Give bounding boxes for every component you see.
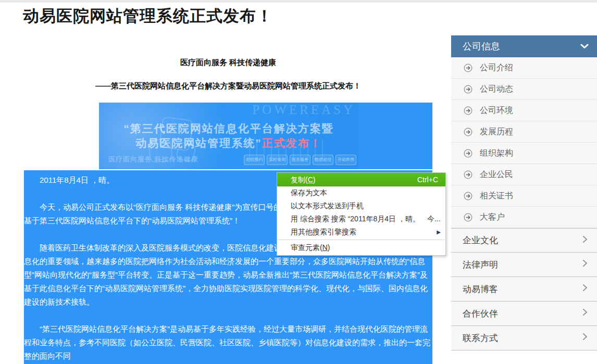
menu-label: 复制( [291, 175, 308, 184]
banner-feature-tags: 在线预约 实时查询 医患服务 数据处理 开箱即用 [244, 155, 356, 165]
sidebar-item-company-intro[interactable]: 公司介绍 [451, 57, 597, 79]
banner-row: POWEREASY “第三代医院网站信息化平台解决方案暨 动易医院网站管理系统”… [99, 103, 432, 169]
sidebar-item-label: 公司环境 [480, 105, 513, 116]
circle-arrow-icon [464, 85, 472, 94]
sidebar-item-development-history[interactable]: 发展历程 [451, 121, 597, 143]
banner-tag: 数据处理 [313, 155, 333, 165]
menu-mnemonic: C [308, 175, 313, 184]
article-subtitle-release: ——第三代医院网站信息化平台解决方案暨动易医院网站管理系统正式发布！ [24, 81, 432, 91]
article-subtitle-slogan: 医疗面向服务 科技传递健康 [24, 58, 432, 68]
chevron-right-icon [582, 235, 588, 246]
sidebar-item-label: 发展历程 [480, 127, 513, 137]
circle-arrow-icon [464, 192, 472, 200]
sidebar-item-label: 组织架构 [480, 148, 513, 159]
sidebar-item-label: 大客户 [480, 212, 505, 223]
context-menu: 复制(C) Ctrl+C 保存为文本 以文本形式发送到手机 用 综合搜索 搜索 … [277, 172, 446, 256]
context-menu-item-search-selection[interactable]: 用 综合搜索 搜索 “2011年8月4日 ，晴。 今... [277, 212, 445, 225]
sidebar-section-label: 企业文化 [463, 234, 582, 246]
sidebar-item-company-news[interactable]: 公司动态 [451, 79, 597, 100]
top-border-strip [0, 0, 597, 3]
menu-label: 审查元素( [291, 243, 322, 252]
sidebar-item-label: 公司动态 [480, 84, 513, 95]
banner-tag: 开箱即用 [335, 155, 356, 165]
sidebar-section-legal-notice[interactable]: 法律声明 [451, 253, 597, 277]
selection-highlight-filler [358, 103, 432, 169]
context-menu-item-inspect-element[interactable]: 审查元素(N) [277, 241, 445, 254]
menu-label: 用其他搜索引擎搜索 [291, 228, 356, 236]
chevron-right-icon [582, 259, 588, 270]
sidebar-header-company-info[interactable]: 公司信息 [451, 35, 597, 57]
circle-arrow-icon [464, 170, 472, 179]
chevron-down-icon [580, 41, 589, 52]
sidebar-item-label: 企业公民 [480, 169, 513, 180]
context-menu-item-copy[interactable]: 复制(C) Ctrl+C [277, 173, 445, 186]
banner-tag: 在线预约 [244, 155, 265, 165]
sidebar-section-corporate-culture[interactable]: 企业文化 [451, 228, 597, 253]
banner-tag: 医患服务 [290, 155, 310, 165]
banner-slogan: 医疗面向服务 科技传递健康 [108, 155, 198, 164]
sidebar-section-label: 动易博客 [463, 283, 582, 295]
menu-separator [278, 240, 445, 240]
menu-label: ) [313, 175, 316, 184]
sidebar-header-label: 公司信息 [463, 40, 580, 53]
sidebar-item-org-structure[interactable]: 组织架构 [451, 143, 597, 164]
menu-mnemonic: N [322, 243, 328, 252]
chevron-right-icon [582, 308, 588, 319]
sidebar-item-company-environment[interactable]: 公司环境 [451, 100, 597, 121]
banner-image: POWEREASY “第三代医院网站信息化平台解决方案暨 动易医院网站管理系统”… [99, 103, 358, 169]
circle-arrow-icon [464, 128, 472, 136]
context-menu-item-other-search-engines[interactable]: 用其他搜索引擎搜索 ▶ [277, 225, 445, 239]
submenu-arrow-icon: ▶ [437, 225, 441, 239]
banner-headline-line2: 动易医院网站管理系统”正式发布！ [99, 136, 358, 150]
banner-watermark: POWEREASY [252, 103, 355, 117]
banner-headline-line1: “第三代医院网站信息化平台解决方案暨 [99, 121, 358, 136]
circle-arrow-icon [464, 64, 472, 72]
sidebar-item-key-clients[interactable]: 大客户 [451, 207, 597, 228]
sidebar-section-label: 联系方式 [463, 332, 582, 344]
sidebar-section-label: 合作伙伴 [463, 308, 582, 320]
banner-headline-text: 动易医院网站管理系统” [135, 137, 262, 149]
sidebar-item-label: 相关证书 [480, 191, 513, 202]
context-menu-item-send-to-phone[interactable]: 以文本形式发送到手机 [277, 199, 445, 212]
sidebar-item-label: 公司介绍 [480, 62, 513, 73]
sidebar-section-partners[interactable]: 合作伙伴 [451, 302, 597, 326]
sidebar-section-dongyi-blog[interactable]: 动易博客 [451, 277, 597, 302]
circle-arrow-icon [464, 106, 472, 115]
page-title: 动易医院网站管理系统正式发布！ [23, 6, 597, 27]
banner-release-highlight: 正式发布！ [262, 137, 322, 149]
sidebar-section-label: 法律声明 [463, 259, 582, 271]
menu-label: ) [328, 243, 330, 252]
sidebar-menu: 公司信息 公司介绍 公司动态 公司环境 发展历程 组织架构 企业公民 相关证书 … [451, 35, 597, 350]
chevron-right-icon [582, 333, 588, 343]
sidebar-item-corporate-citizen[interactable]: 企业公民 [451, 164, 597, 185]
chevron-right-icon [582, 284, 588, 294]
circle-arrow-icon [464, 149, 472, 158]
hotkey-label: Ctrl+C [417, 173, 438, 186]
context-menu-item-save-as-text[interactable]: 保存为文本 [277, 186, 445, 199]
sidebar-section-contact[interactable]: 联系方式 [451, 326, 597, 350]
banner-tag: 实时查询 [267, 155, 288, 165]
circle-arrow-icon [464, 213, 472, 222]
sidebar-item-certificates[interactable]: 相关证书 [451, 185, 597, 207]
paragraph-solution: “第三代医院网站信息化平台解决方案”是动易基于多年实践经验，经过大量市场调研，并… [24, 322, 432, 363]
